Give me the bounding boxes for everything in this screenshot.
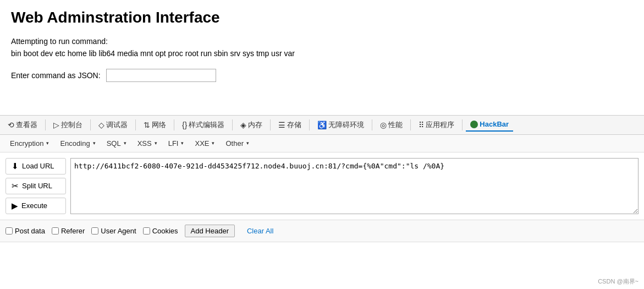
main-content: Web Adminstration Interface Attempting t… <box>0 0 644 93</box>
console-label: 控制台 <box>61 120 82 130</box>
xss-label: XSS <box>137 139 152 148</box>
encoding-menu[interactable]: Encoding ▾ <box>56 138 100 149</box>
add-header-label: Add Header <box>191 227 229 235</box>
separator-3 <box>135 119 136 130</box>
sql-arrow: ▾ <box>124 140 126 146</box>
json-input-label: Enter command as JSON: <box>11 71 101 80</box>
devtools-style-editor[interactable]: {} 样式编辑器 <box>178 118 229 132</box>
user-agent-item: User Agent <box>91 227 136 235</box>
cookies-label: Cookies <box>152 227 178 235</box>
load-url-icon: ⬇ <box>12 161 19 171</box>
devtools-accessibility[interactable]: ♿ 无障碍环境 <box>313 118 368 132</box>
lfi-arrow: ▾ <box>181 140 184 146</box>
devtools-application[interactable]: ⠿ 应用程序 <box>414 118 459 132</box>
json-input-row: Enter command as JSON: <box>11 69 633 82</box>
referer-item: Referer <box>52 227 85 235</box>
split-url-button[interactable]: ✂ Split URL <box>5 178 66 194</box>
storage-label: 存储 <box>287 120 301 130</box>
encryption-menu[interactable]: Encryption ▾ <box>5 138 53 149</box>
performance-icon: ◎ <box>380 121 387 129</box>
cookies-item: Cookies <box>143 227 178 235</box>
separator-7 <box>309 119 310 130</box>
debugger-label: 调试器 <box>106 120 128 130</box>
execute-label: Execute <box>21 201 47 210</box>
url-textarea[interactable]: http://6411bcf2-6080-407e-921d-dd453425f… <box>70 158 639 214</box>
command-info-line1: Attempting to run command: <box>11 35 633 47</box>
style-editor-label: 样式编辑器 <box>189 120 224 130</box>
inspector-icon: ⟲ <box>8 121 14 129</box>
cookies-checkbox[interactable] <box>143 227 150 235</box>
devtools-storage[interactable]: ☰ 存储 <box>274 118 306 132</box>
command-info-line2: bin boot dev etc home lib lib64 media mn… <box>11 47 633 59</box>
other-menu[interactable]: Other ▾ <box>221 138 254 149</box>
hackbar-circle-icon <box>470 121 478 128</box>
devtools-network[interactable]: ⇅ 网络 <box>139 118 170 132</box>
debugger-icon: ◇ <box>98 121 104 129</box>
style-editor-icon: {} <box>182 121 187 129</box>
network-icon: ⇅ <box>144 121 150 129</box>
sql-label: SQL <box>107 139 121 148</box>
load-url-button[interactable]: ⬇ Load URL <box>5 158 66 175</box>
execute-icon: ▶ <box>12 201 18 211</box>
clear-all-button[interactable]: Clear All <box>241 225 279 237</box>
separator-5 <box>232 119 233 130</box>
encoding-arrow: ▾ <box>93 140 96 146</box>
hackbar-actions: ⬇ Load URL ✂ Split URL ▶ Execute <box>5 158 66 214</box>
devtools-hackbar[interactable]: HackBar <box>466 118 513 132</box>
split-url-icon: ✂ <box>12 181 19 191</box>
separator-9 <box>410 119 411 130</box>
hackbar-body: ⬇ Load URL ✂ Split URL ▶ Execute http://… <box>0 152 644 220</box>
devtools-debugger[interactable]: ◇ 调试器 <box>94 118 132 132</box>
command-info: Attempting to run command: bin boot dev … <box>11 35 633 60</box>
encryption-label: Encryption <box>10 139 43 148</box>
application-label: 应用程序 <box>426 120 454 130</box>
memory-label: 内存 <box>248 120 262 130</box>
devtools-performance[interactable]: ◎ 性能 <box>376 118 407 132</box>
separator-2 <box>90 119 91 130</box>
referer-label: Referer <box>61 227 85 235</box>
xxe-menu[interactable]: XXE ▾ <box>190 138 219 149</box>
user-agent-checkbox[interactable] <box>91 227 98 235</box>
separator-6 <box>270 119 271 130</box>
application-icon: ⠿ <box>419 121 424 129</box>
devtools-inspector[interactable]: ⟲ 查看器 <box>3 118 42 132</box>
performance-label: 性能 <box>388 120 403 130</box>
devtools-memory[interactable]: ◈ 内存 <box>236 118 267 132</box>
separator-8 <box>372 119 372 130</box>
other-label: Other <box>225 139 244 148</box>
accessibility-icon: ♿ <box>317 121 327 129</box>
accessibility-label: 无障碍环境 <box>328 120 364 130</box>
page-title: Web Adminstration Interface <box>11 9 633 26</box>
post-data-checkbox[interactable] <box>5 227 13 235</box>
json-command-input[interactable] <box>106 69 216 82</box>
xss-menu[interactable]: XSS ▾ <box>133 138 162 149</box>
hackbar-url-area: ⬇ Load URL ✂ Split URL ▶ Execute http://… <box>5 158 639 214</box>
post-data-label: Post data <box>15 227 45 235</box>
add-header-button[interactable]: Add Header <box>185 225 235 237</box>
hackbar-label: HackBar <box>480 120 509 128</box>
execute-button[interactable]: ▶ Execute <box>5 198 66 214</box>
user-agent-label: User Agent <box>101 227 136 235</box>
sql-menu[interactable]: SQL ▾ <box>102 138 131 149</box>
devtools-console[interactable]: ▷ 控制台 <box>49 118 87 132</box>
network-label: 网络 <box>152 120 166 130</box>
separator-4 <box>174 119 174 130</box>
hackbar-footer: Post data Referer User Agent Cookies Add… <box>0 220 644 242</box>
devtools-bar: ⟲ 查看器 ▷ 控制台 ◇ 调试器 ⇅ 网络 {} 样式编辑器 ◈ 内存 ☰ 存… <box>0 115 644 135</box>
encryption-arrow: ▾ <box>46 140 49 146</box>
memory-icon: ◈ <box>240 121 246 129</box>
split-url-label: Split URL <box>22 182 52 190</box>
separator-10 <box>462 119 463 130</box>
separator-1 <box>45 119 46 130</box>
hackbar-toolbar: Encryption ▾ Encoding ▾ SQL ▾ XSS ▾ LFI … <box>0 135 644 152</box>
clear-all-label: Clear All <box>247 227 273 235</box>
referer-checkbox[interactable] <box>52 227 59 235</box>
xxe-label: XXE <box>195 139 209 148</box>
xxe-arrow: ▾ <box>212 140 214 146</box>
lfi-menu[interactable]: LFI ▾ <box>164 138 189 149</box>
encoding-label: Encoding <box>60 139 90 148</box>
other-arrow: ▾ <box>246 140 249 146</box>
load-url-label: Load URL <box>22 162 54 170</box>
storage-icon: ☰ <box>278 121 285 129</box>
post-data-item: Post data <box>5 227 45 235</box>
